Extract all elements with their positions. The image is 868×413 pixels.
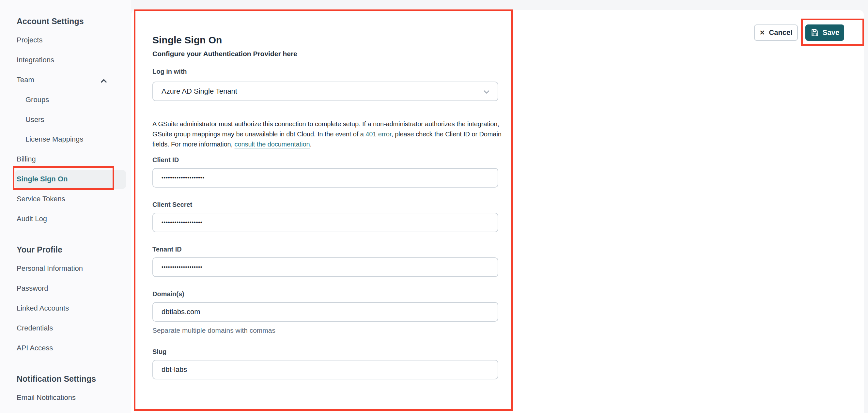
sidebar-item-service-tokens[interactable]: Service Tokens	[17, 194, 65, 203]
save-button[interactable]: Save	[805, 25, 844, 41]
sidebar-item-single-sign-on[interactable]: Single Sign On	[17, 174, 67, 184]
sidebar-item-credentials[interactable]: Credentials	[17, 324, 53, 333]
slug-value: dbt-labs	[161, 366, 187, 374]
tenant-id-label: Tenant ID	[152, 245, 182, 253]
domains-label: Domain(s)	[152, 290, 184, 298]
sidebar-item-team[interactable]: Team	[17, 75, 34, 85]
account-settings-page: Account Settings Projects Integrations T…	[0, 0, 868, 413]
sidebar-section-your-profile: Your Profile	[17, 245, 62, 254]
sidebar-item-users[interactable]: Users	[26, 115, 44, 124]
cancel-button[interactable]: ✕ Cancel	[754, 25, 798, 41]
sidebar-item-password[interactable]: Password	[17, 284, 48, 293]
sidebar-item-personal-information[interactable]: Personal Information	[17, 264, 83, 273]
login-with-selected-value: Azure AD Single Tenant	[161, 87, 237, 96]
settings-sidebar: Account Settings Projects Integrations T…	[0, 0, 131, 413]
sidebar-item-linked-accounts[interactable]: Linked Accounts	[17, 304, 69, 313]
login-with-label: Log in with	[152, 67, 187, 75]
domains-input[interactable]: dbtlabs.com	[152, 302, 498, 322]
client-id-value: ••••••••••••••••••••	[161, 175, 205, 181]
x-icon: ✕	[760, 29, 765, 36]
chevron-up-icon[interactable]	[99, 76, 108, 86]
client-id-input[interactable]: ••••••••••••••••••••	[152, 168, 498, 188]
tenant-id-value: •••••••••••••••••••	[161, 264, 202, 270]
sidebar-item-integrations[interactable]: Integrations	[17, 56, 54, 65]
domains-value: dbtlabs.com	[161, 308, 200, 316]
sidebar-item-projects[interactable]: Projects	[17, 36, 42, 45]
sidebar-section-account-settings: Account Settings	[17, 16, 84, 26]
documentation-link[interactable]: consult the documentation	[235, 140, 310, 148]
single-sign-on-panel: Single Sign On Configure your Authentica…	[131, 10, 864, 413]
client-id-label: Client ID	[152, 156, 179, 164]
sidebar-item-billing[interactable]: Billing	[17, 155, 36, 164]
domains-helper-text: Separate multiple domains with commas	[152, 326, 275, 335]
login-with-select[interactable]: Azure AD Single Tenant	[152, 82, 498, 101]
sidebar-section-notification-settings: Notification Settings	[17, 374, 96, 384]
page-subtitle: Configure your Authentication Provider h…	[152, 50, 297, 58]
save-button-label: Save	[823, 28, 839, 37]
sidebar-item-groups[interactable]: Groups	[26, 95, 49, 104]
notice-part-3: .	[310, 140, 312, 148]
sidebar-item-api-access[interactable]: API Access	[17, 344, 53, 353]
slug-input[interactable]: dbt-labs	[152, 360, 498, 379]
client-secret-value: •••••••••••••••••••	[161, 220, 202, 225]
sidebar-item-license-mappings[interactable]: License Mappings	[26, 135, 83, 144]
gsuite-notice-text: A GSuite administrator must authorize th…	[152, 119, 506, 150]
save-floppy-icon	[810, 28, 819, 37]
client-secret-label: Client Secret	[152, 201, 192, 209]
slug-label: Slug	[152, 348, 166, 356]
client-secret-input[interactable]: •••••••••••••••••••	[152, 213, 498, 232]
page-title: Single Sign On	[152, 34, 222, 46]
chevron-down-icon	[482, 88, 491, 97]
tenant-id-input[interactable]: •••••••••••••••••••	[152, 257, 498, 277]
401-error-link[interactable]: 401 error	[366, 130, 391, 138]
sidebar-item-email-notifications[interactable]: Email Notifications	[17, 393, 76, 402]
sidebar-item-audit-log[interactable]: Audit Log	[17, 214, 47, 223]
cancel-button-label: Cancel	[769, 28, 792, 37]
